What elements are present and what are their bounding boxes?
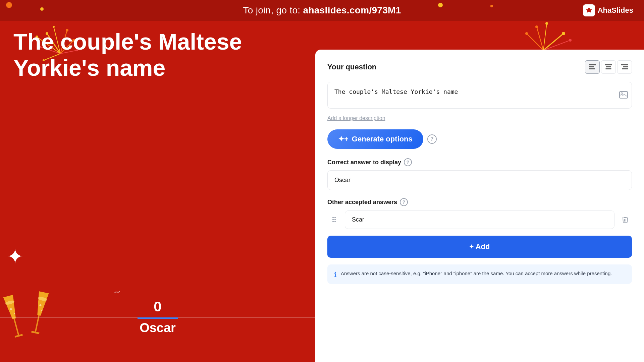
correct-answer-help-icon[interactable]: ? <box>404 158 412 166</box>
svg-point-54 <box>334 217 336 218</box>
svg-point-55 <box>332 219 334 220</box>
question-input[interactable] <box>327 82 632 109</box>
join-label: To join, go to: <box>243 5 303 15</box>
svg-line-16 <box>543 34 564 50</box>
svg-line-17 <box>537 27 543 50</box>
correct-answer-label: Correct answer to display <box>327 159 401 166</box>
add-answer-button[interactable]: + Add <box>327 236 632 258</box>
svg-point-24 <box>535 25 538 28</box>
score-label: Oscar <box>0 321 315 335</box>
join-text: To join, go to: ahaslides.com/973M1 <box>243 5 401 16</box>
svg-rect-47 <box>606 68 611 69</box>
svg-point-27 <box>525 32 528 35</box>
deco-dot-3 <box>438 3 443 7</box>
svg-point-53 <box>332 217 334 218</box>
deco-dot-1 <box>6 2 12 8</box>
info-icon: ℹ <box>334 270 337 279</box>
ahaslides-logo: AhaSlides <box>583 4 633 16</box>
svg-rect-48 <box>621 64 628 65</box>
score-bar <box>138 317 178 319</box>
question-input-wrap <box>327 82 632 110</box>
score-line <box>0 317 315 318</box>
align-center-button[interactable] <box>601 60 616 74</box>
score-number: 0 <box>0 299 315 315</box>
join-url: ahaslides.com/973M1 <box>303 5 401 15</box>
sparkle-icon: ✦+ <box>338 135 348 143</box>
svg-line-21 <box>543 23 547 50</box>
squiggle-decoration: ~ <box>113 286 121 299</box>
info-box: ℹ Answers are not case-sensitive, e.g. "… <box>327 264 632 284</box>
other-answer-input-1[interactable] <box>345 210 614 229</box>
star-deco: ✦ <box>7 245 23 268</box>
other-answers-label: Other accepted answers <box>327 199 397 206</box>
svg-rect-46 <box>606 66 611 67</box>
right-panel: Your question <box>315 50 644 362</box>
svg-rect-45 <box>605 64 612 65</box>
panel-header: Your question <box>327 60 632 74</box>
align-left-button[interactable] <box>585 60 600 74</box>
delete-answer-button-1[interactable] <box>619 213 632 226</box>
generate-options-wrap: ✦+ Generate options ? <box>327 129 632 149</box>
generate-help-icon[interactable]: ? <box>427 134 437 144</box>
other-answers-help-icon[interactable]: ? <box>400 198 408 206</box>
svg-rect-42 <box>589 64 596 65</box>
generate-btn-label: Generate options <box>352 135 413 143</box>
drag-handle[interactable] <box>327 210 341 229</box>
question-title-text: The couple's Maltese Yorkie's name <box>13 29 242 80</box>
svg-point-57 <box>332 221 334 222</box>
correct-answer-label-wrap: Correct answer to display ? <box>327 158 632 166</box>
logo-text: AhaSlides <box>598 6 633 15</box>
svg-point-58 <box>334 221 336 222</box>
correct-answer-input[interactable] <box>327 170 632 190</box>
align-right-button[interactable] <box>617 60 632 74</box>
svg-rect-50 <box>622 68 628 69</box>
svg-point-13 <box>53 26 55 28</box>
svg-line-20 <box>527 34 543 50</box>
info-text: Answers are not case-sensitive, e.g. "iP… <box>341 270 612 278</box>
deco-dot-2 <box>40 7 44 11</box>
svg-rect-44 <box>589 68 595 69</box>
svg-line-22 <box>543 40 570 50</box>
svg-rect-49 <box>623 66 628 67</box>
image-button[interactable] <box>619 91 628 101</box>
question-title: The couple's Maltese Yorkie's name <box>13 28 315 81</box>
svg-rect-43 <box>589 66 594 67</box>
top-bar: To join, go to: ahaslides.com/973M1 AhaS… <box>0 0 644 21</box>
other-answers-section: Other accepted answers ? <box>327 198 632 229</box>
svg-point-56 <box>334 219 336 220</box>
generate-options-button[interactable]: ✦+ Generate options <box>327 129 423 149</box>
panel-title: Your question <box>327 63 376 71</box>
deco-dot-4 <box>490 5 493 7</box>
answer-row <box>327 210 632 229</box>
add-btn-label: + Add <box>470 242 490 251</box>
align-buttons <box>585 60 632 74</box>
other-answers-label-wrap: Other accepted answers ? <box>327 198 632 206</box>
svg-point-29 <box>569 39 572 42</box>
score-area: 0 Oscar <box>0 299 315 335</box>
logo-icon <box>583 4 595 16</box>
add-description-link[interactable]: Add a longer description <box>327 115 632 121</box>
svg-point-28 <box>545 22 548 25</box>
svg-point-23 <box>562 32 565 35</box>
